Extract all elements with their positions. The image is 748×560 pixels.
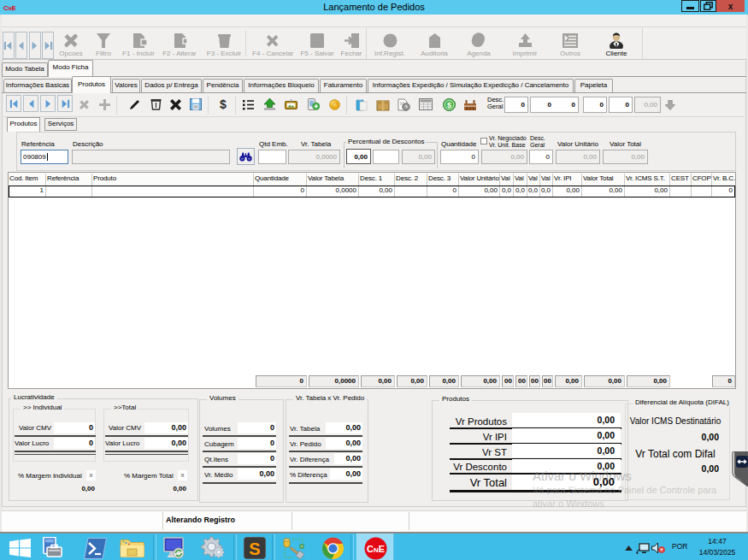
svg-text:S: S xyxy=(249,539,260,558)
svg-text:$: $ xyxy=(446,101,451,109)
